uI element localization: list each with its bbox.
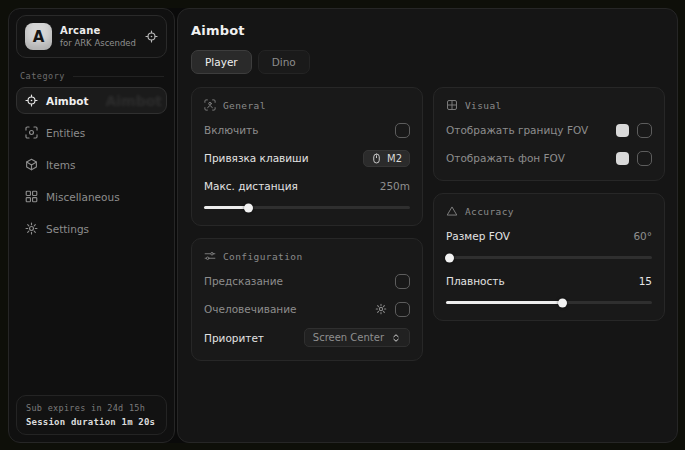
triangle-icon <box>446 205 458 217</box>
sidebar-item-label: Aimbot <box>46 95 88 107</box>
keybind-row: Привязка клавиши M2 <box>204 149 410 167</box>
session-card: Sub expires in 24d 15h Session duration … <box>16 395 167 435</box>
scan-icon <box>25 126 38 139</box>
panel-title: Configuration <box>223 251 303 262</box>
priority-value: Screen Center <box>313 332 384 343</box>
panel-title: Visual <box>465 100 502 111</box>
category-header: Category <box>20 71 164 81</box>
sidebar-item-label: Miscellaneous <box>46 191 120 203</box>
fov-background-row: Отображать фон FOV <box>446 149 652 167</box>
crosshair-icon[interactable] <box>145 30 158 43</box>
accuracy-panel: Accuracy Размер FOV 60° <box>433 193 665 321</box>
configuration-panel-header: Configuration <box>204 250 410 262</box>
session-duration: Session duration 1m 20s <box>26 417 157 427</box>
sidebar-item-aimbot[interactable]: Aimbot Aimbot <box>16 87 167 114</box>
enable-label: Включить <box>204 124 258 136</box>
slider-thumb[interactable] <box>244 203 253 212</box>
fov-border-row: Отображать границу FOV <box>446 121 652 139</box>
tab-dino[interactable]: Dino <box>258 50 310 74</box>
target-icon <box>204 99 216 111</box>
priority-label: Приоритет <box>204 332 264 344</box>
package-icon <box>25 158 38 171</box>
fov-background-color-swatch[interactable] <box>616 152 629 165</box>
priority-dropdown[interactable]: Screen Center <box>304 328 410 347</box>
sidebar-item-entities[interactable]: Entities <box>16 119 167 146</box>
sidebar-item-label: Entities <box>46 127 85 139</box>
game-background: A Arcane for ARK Ascended Category <box>0 0 685 450</box>
keybind-value: M2 <box>387 153 402 164</box>
fov-background-checkbox[interactable] <box>637 151 652 166</box>
gear-icon[interactable] <box>375 303 387 315</box>
chevrons-up-down-icon <box>391 333 401 343</box>
grid-window-icon <box>446 99 458 111</box>
fov-size-value: 60° <box>633 230 652 242</box>
sidebar-item-miscellaneous[interactable]: Miscellaneous <box>16 183 167 210</box>
subscription-expiry: Sub expires in 24d 15h <box>26 403 157 413</box>
keybind-label: Привязка клавиши <box>204 152 309 164</box>
configuration-panel: Configuration Предсказание Очеловечивани… <box>191 238 423 361</box>
max-distance-value: 250m <box>380 180 410 192</box>
fov-size-row: Размер FOV 60° <box>446 227 652 245</box>
sidebar-spacer <box>9 242 174 395</box>
tab-player[interactable]: Player <box>191 50 252 74</box>
humanization-checkbox[interactable] <box>395 302 410 317</box>
prediction-label: Предсказание <box>204 275 283 287</box>
max-distance-row: Макс. дистанция 250m <box>204 177 410 195</box>
main-panel: Aimbot Player Dino <box>177 8 678 443</box>
fov-border-checkbox[interactable] <box>637 123 652 138</box>
sidebar-item-items[interactable]: Items <box>16 151 167 178</box>
grid-icon <box>25 190 38 203</box>
prediction-checkbox[interactable] <box>395 274 410 289</box>
general-panel: General Включить Привязка клавиши <box>191 87 423 226</box>
slider-thumb[interactable] <box>558 298 567 307</box>
panel-title: Accuracy <box>465 206 514 217</box>
brand-subtitle: for ARK Ascended <box>60 38 137 48</box>
humanization-row: Очеловечивание <box>204 300 410 318</box>
visual-panel-header: Visual <box>446 99 652 111</box>
general-panel-header: General <box>204 99 410 111</box>
sliders-icon <box>204 250 216 262</box>
fov-size-slider[interactable] <box>446 253 652 262</box>
settings-grid: General Включить Привязка клавиши <box>191 87 665 361</box>
cheat-window: A Arcane for ARK Ascended Category <box>8 8 678 443</box>
crosshair-icon <box>25 94 38 107</box>
visual-panel: Visual Отображать границу FOV Отображать… <box>433 87 665 181</box>
divider <box>73 76 164 77</box>
category-label: Category <box>20 71 65 81</box>
keybind-button[interactable]: M2 <box>363 150 410 167</box>
enable-row: Включить <box>204 121 410 139</box>
priority-row: Приоритет Screen Center <box>204 328 410 347</box>
humanization-label: Очеловечивание <box>204 303 297 315</box>
smoothness-label: Плавность <box>446 275 505 287</box>
fov-size-label: Размер FOV <box>446 230 510 242</box>
max-distance-label: Макс. дистанция <box>204 180 298 192</box>
brand-title: Arcane <box>60 25 137 36</box>
aimbot-watermark: Aimbot <box>105 93 162 109</box>
slider-thumb[interactable] <box>445 253 454 262</box>
prediction-row: Предсказание <box>204 272 410 290</box>
brand-card: A Arcane for ARK Ascended <box>16 15 167 58</box>
smoothness-row: Плавность 15 <box>446 272 652 290</box>
tabs: Player Dino <box>191 50 665 74</box>
max-distance-slider[interactable] <box>204 203 410 212</box>
gear-icon <box>25 222 38 235</box>
app-logo: A <box>25 23 52 50</box>
panel-title: General <box>223 100 266 111</box>
sidebar-item-label: Settings <box>46 223 89 235</box>
sidebar-item-settings[interactable]: Settings <box>16 215 167 242</box>
fov-border-color-swatch[interactable] <box>616 124 629 137</box>
smoothness-slider[interactable] <box>446 298 652 307</box>
page-title: Aimbot <box>191 23 665 38</box>
sidebar: A Arcane for ARK Ascended Category <box>8 8 175 443</box>
fov-background-label: Отображать фон FOV <box>446 152 565 164</box>
fov-border-label: Отображать границу FOV <box>446 124 588 136</box>
accuracy-panel-header: Accuracy <box>446 205 652 217</box>
sidebar-nav: Aimbot Aimbot Entities <box>9 87 174 242</box>
enable-checkbox[interactable] <box>395 123 410 138</box>
smoothness-value: 15 <box>639 275 652 287</box>
mouse-icon <box>371 153 382 164</box>
sidebar-item-label: Items <box>46 159 75 171</box>
